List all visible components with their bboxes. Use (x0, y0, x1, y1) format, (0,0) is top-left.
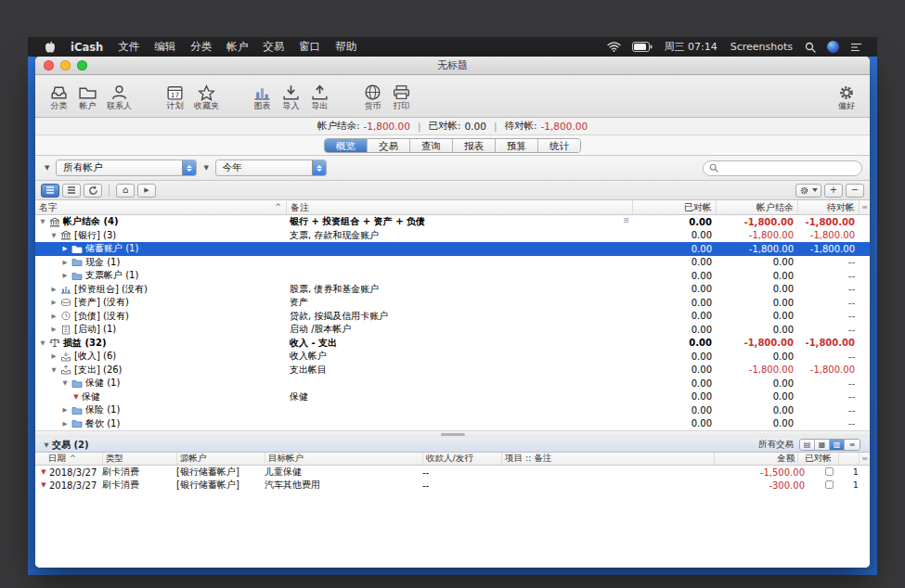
menubar-screenshots[interactable]: Screenshots (724, 41, 799, 53)
siri-icon[interactable] (821, 41, 845, 53)
disclosure-expanded-icon[interactable]: ▼ (48, 366, 59, 374)
account-row[interactable]: ▼[支出] (26)支出帐目0.00-1,800.00-1,800.00 (35, 364, 870, 377)
column-header-pending[interactable]: 待对帐 (797, 200, 859, 214)
account-row[interactable]: ▶[启动] (1)启动 /股本帐户0.000.00-- (35, 323, 870, 337)
disclosure-collapsed-icon[interactable]: ▶ (48, 313, 59, 320)
transaction-column-header[interactable]: 日期^ (35, 453, 102, 465)
account-row[interactable]: ▶[投资组合] (没有)股票, 债券和基金账户0.000.00-- (35, 283, 870, 297)
toolbar-print-button[interactable]: 打印 (387, 82, 416, 111)
tab[interactable]: 报表 (453, 139, 496, 152)
outline-view-button[interactable] (41, 184, 59, 198)
tab[interactable]: 查询 (410, 139, 453, 152)
transaction-column-header[interactable]: 已对帐 (797, 453, 838, 465)
tab[interactable]: 交易 (368, 139, 410, 152)
disclosure-collapsed-icon[interactable]: ▶ (48, 299, 59, 306)
actions-menu-button[interactable] (795, 184, 821, 198)
account-row[interactable]: ▼损益 (32)收入 - 支出0.00-1,800.00-1,800.00 (35, 337, 870, 351)
refresh-button[interactable] (84, 184, 102, 198)
column-header-note[interactable]: 备注 (286, 200, 632, 214)
account-filter-dropdown[interactable]: 所有帐户 (56, 160, 197, 176)
home-button[interactable]: ⌂ (116, 184, 135, 198)
column-header-reconciled[interactable]: 已对帐 (632, 200, 716, 214)
add-button[interactable]: + (824, 184, 843, 198)
menu-item[interactable]: 帮助 (328, 40, 364, 53)
wifi-icon[interactable] (601, 42, 627, 52)
battery-icon[interactable] (627, 42, 658, 52)
transaction-column-header[interactable]: 项目 :: 备注 (501, 453, 714, 465)
account-row[interactable]: ▶[资产] (没有)资产0.000.00-- (35, 296, 870, 310)
app-menu-title[interactable]: iCash (63, 41, 110, 54)
transaction-column-header[interactable]: 金额 (714, 453, 797, 465)
toolbar-calendar-button[interactable]: 17计划 (161, 82, 189, 111)
minimize-button[interactable] (60, 60, 71, 70)
transaction-column-header[interactable]: 目标帐户 (265, 453, 422, 465)
view-mode-3-button[interactable]: ▥ (830, 440, 845, 450)
disclosure-collapsed-icon[interactable]: ▶ (59, 245, 71, 252)
account-row[interactable]: ▶储蓄账户 (1)0.00-1,800.00-1,800.00 (35, 242, 870, 256)
remove-button[interactable]: − (846, 184, 864, 198)
transaction-column-header[interactable]: 类型 (102, 453, 176, 465)
toolbar-person-button[interactable]: 联系人 (102, 82, 136, 111)
disclosure-expanded-icon[interactable]: ▼ (37, 339, 48, 347)
disclosure-collapsed-icon[interactable]: ▶ (48, 352, 59, 360)
toolbar-tray-button[interactable]: 分类 (45, 82, 73, 111)
disclosure-collapsed-icon[interactable]: ▶ (59, 259, 71, 266)
reconciled-checkbox[interactable] (825, 480, 834, 489)
toolbar-import-button[interactable]: 导入 (277, 82, 305, 111)
account-row[interactable]: ▶保险 (1)0.000.00-- (35, 403, 870, 417)
period-filter-dropdown[interactable]: 今年 (215, 160, 327, 176)
view-mode-2-button[interactable]: ▦ (815, 440, 830, 450)
menu-item[interactable]: 文件 (110, 40, 147, 53)
toolbar-preferences-button[interactable]: 偏好 (833, 82, 860, 111)
view-mode-4-button[interactable]: ≡ (845, 440, 860, 450)
account-row[interactable]: ▼[银行] (3)支票, 存款和现金账户0.00-1,800.00-1,800.… (35, 229, 870, 243)
disclosure-expanded-icon[interactable]: ▼ (48, 232, 59, 239)
notification-center-icon[interactable] (845, 43, 868, 52)
pane-splitter[interactable] (35, 430, 870, 438)
transaction-column-header[interactable]: 源帐户 (176, 453, 265, 465)
disclosure-expanded-icon[interactable]: ▼ (37, 218, 48, 225)
disclosure-collapsed-icon[interactable]: ▶ (48, 326, 59, 333)
transaction-row[interactable]: ▼2018/3/27刷卡消费[银行储蓄帐户]汽车其他费用---300.001 (35, 479, 870, 492)
category-marker-icon[interactable]: ▼ (71, 393, 82, 401)
spotlight-search-icon[interactable] (799, 42, 821, 53)
reconciled-checkbox[interactable] (825, 467, 834, 476)
account-row[interactable]: ▼保健 (1)0.000.00-- (35, 377, 870, 390)
zoom-button[interactable] (77, 60, 87, 70)
list-view-button[interactable] (62, 184, 81, 198)
account-row[interactable]: ▶餐饮 (1)0.000.00-- (35, 417, 870, 431)
column-options-icon[interactable]: ≡ (859, 453, 870, 465)
account-row[interactable]: ▶支票帐户 (1)0.000.00-- (35, 269, 870, 283)
disclosure-collapsed-icon[interactable]: ▶ (48, 286, 59, 293)
disclosure-expanded-icon[interactable]: ▼ (59, 379, 71, 387)
tab[interactable]: 概览 (325, 139, 368, 152)
disclosure-collapsed-icon[interactable]: ▶ (59, 420, 71, 428)
row-menu-icon[interactable]: ≡ (623, 216, 629, 224)
search-field[interactable] (703, 160, 862, 176)
toolbar-chart-button[interactable]: 图表 (248, 82, 277, 111)
toolbar-export-button[interactable]: 导出 (305, 82, 334, 111)
menu-item[interactable]: 窗口 (291, 40, 328, 53)
account-row[interactable]: ▶现金 (1)0.000.00-- (35, 256, 870, 270)
account-row[interactable]: ▶[收入] (6)收入帐户0.000.00-- (35, 350, 870, 364)
tab[interactable]: 预算 (496, 139, 538, 152)
toolbar-folder-button[interactable]: 帐户 (73, 82, 102, 111)
transaction-column-header[interactable]: 收款人/发行 (422, 453, 501, 465)
transaction-row[interactable]: ▼2018/3/27刷卡消费[银行储蓄帐户]儿童保健---1,500.001 (35, 466, 870, 479)
column-header-name[interactable]: 名字 ^ (35, 200, 286, 214)
column-options-icon[interactable]: ≡ (859, 200, 870, 214)
account-row[interactable]: ▼帐户结余 (4)银行 + 投资组合 + 资产 + 负债≡0.00-1,800.… (35, 215, 870, 229)
view-mode-1-button[interactable]: ▤ (800, 440, 815, 450)
close-button[interactable] (44, 60, 54, 70)
menu-item[interactable]: 交易 (255, 40, 291, 53)
menu-item[interactable]: 帐户 (219, 40, 255, 53)
account-row[interactable]: ▶[负债] (没有)贷款, 按揭及信用卡账户0.000.00-- (35, 310, 870, 324)
menu-item[interactable]: 分类 (183, 40, 219, 53)
menu-item[interactable]: 编辑 (147, 40, 183, 53)
disclosure-collapsed-icon[interactable]: ▶ (59, 272, 71, 279)
disclosure-expanded-icon[interactable]: ▼ (41, 441, 52, 449)
toolbar-star-button[interactable]: 收藏夹 (189, 82, 224, 111)
account-row[interactable]: ▼保健保健0.000.00-- (35, 390, 870, 404)
column-header-balance[interactable]: 帐户结余 (716, 200, 797, 214)
menubar-clock[interactable]: 周三 07:14 (658, 40, 724, 54)
